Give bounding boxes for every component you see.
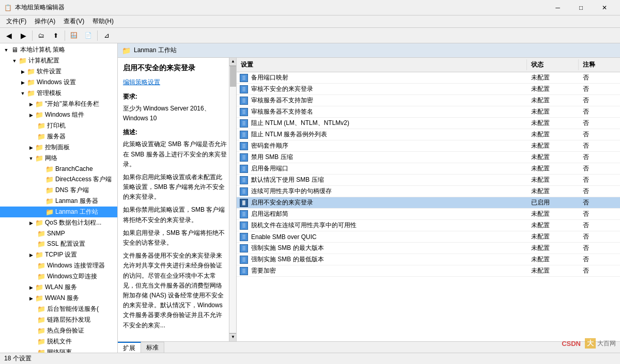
- tree-node-dns[interactable]: 📁 DNS 客户端: [0, 185, 117, 196]
- tree-node-wlan[interactable]: ▶ 📁 WLAN 服务: [0, 282, 117, 293]
- scroll-up-button[interactable]: ▲: [229, 58, 237, 66]
- tree-node-printer[interactable]: 📁 打印机: [0, 120, 117, 131]
- settings-row[interactable]: ▒强制实施 SMB 的最低版本未配置否: [237, 254, 620, 265]
- row-policy-icon: ▒: [239, 96, 249, 106]
- desc-text-2: 如果你启用此策略设置或者未配置此策略设置，SMB 客户端将允许不安全的来宾登录。: [123, 172, 227, 202]
- row-name: 启用远程邮简: [249, 209, 527, 219]
- expand-cp[interactable]: ▶: [27, 144, 35, 152]
- expand-network[interactable]: ▼: [27, 154, 35, 163]
- back-button[interactable]: ◀: [2, 29, 16, 42]
- show-details-button[interactable]: 📄: [82, 29, 95, 42]
- forward-button[interactable]: ▶: [17, 29, 30, 42]
- tab-extended[interactable]: 扩展: [118, 342, 141, 353]
- folder-icon: 📁: [37, 273, 45, 281]
- settings-row[interactable]: ▒禁用 SMB 压缩未配置否: [237, 152, 620, 163]
- tree-panel: ▼ 🖥 本地计算机 策略 ▼ 📁 计算机配置 ▶ 📁 软件设置: [0, 43, 118, 353]
- computer-icon: 🖥: [10, 46, 19, 54]
- tab-standard[interactable]: 标准: [141, 342, 164, 353]
- up-button[interactable]: ⬆: [49, 29, 63, 42]
- expand-root[interactable]: ▼: [2, 46, 10, 54]
- expand-software[interactable]: ▶: [19, 68, 27, 76]
- tree-node-startmenu[interactable]: ▶ 📁 "开始"菜单和任务栏: [0, 99, 117, 109]
- settings-row[interactable]: ▒阻止 NTLM (LM、NTLM、NTLMv2)未配置否: [237, 118, 620, 129]
- new-window-button[interactable]: 🪟: [67, 29, 81, 42]
- tree-node-bits[interactable]: 📁 后台智能传送服务(: [0, 304, 117, 314]
- tree-node-ssl[interactable]: 📁 SSL 配置设置: [0, 239, 117, 249]
- row-name: 密码套件顺序: [249, 140, 527, 151]
- tree-node-win-components[interactable]: ▶ 📁 Windows 组件: [0, 109, 117, 120]
- settings-row[interactable]: ▒Enable SMB over QUIC未配置否: [237, 231, 620, 243]
- show-hide-tree-button[interactable]: 🗂: [35, 29, 48, 42]
- expand-wlan[interactable]: ▶: [27, 283, 35, 292]
- expand-windows-settings[interactable]: ▶: [19, 78, 27, 87]
- tree-node-branchcache[interactable]: 📁 BranchCache: [0, 164, 117, 174]
- tree-node-win-connect[interactable]: 📁 Windows 连接管理器: [0, 260, 117, 271]
- tree-node-control-panel[interactable]: ▶ 📁 控制面板: [0, 142, 117, 153]
- row-policy-icon: ▒: [239, 84, 249, 94]
- menu-file[interactable]: 文件(F): [2, 16, 30, 27]
- tcpip-label: TCPIP 设置: [45, 250, 77, 259]
- menu-action[interactable]: 操作(A): [30, 16, 59, 27]
- settings-panel: 设置 状态 注释 ▒备用端口映射未配置否▒审核不安全的来宾登录未配置否▒审核服务…: [237, 58, 620, 341]
- row-status: 未配置: [527, 254, 579, 265]
- tree-node-admin-templates[interactable]: ▼ 📁 管理模板: [0, 88, 117, 99]
- row-status: 未配置: [527, 175, 579, 185]
- minimize-button[interactable]: ─: [546, 0, 569, 15]
- tree-node-directaccess[interactable]: 📁 DirectAccess 客户端: [0, 174, 117, 185]
- settings-row[interactable]: ▒连续可用性共享中的句柄缓存未配置否: [237, 186, 620, 197]
- app-icon: 📋: [4, 4, 12, 11]
- tree-node-lanman-server[interactable]: 📁 Lanman 服务器: [0, 196, 117, 207]
- folder-icon: 📁: [35, 219, 43, 227]
- settings-row[interactable]: ▒需要加密未配置否: [237, 265, 620, 277]
- title-bar: 📋 本地组策略编辑器 ─ □ ✕: [0, 0, 620, 15]
- tree-node-lanman-workstation[interactable]: 📁 Lanman 工作站: [0, 207, 117, 217]
- expand-wincomp[interactable]: ▶: [27, 111, 35, 119]
- settings-row[interactable]: ▒启用备用端口未配置否: [237, 163, 620, 175]
- filter-button[interactable]: ⊿: [100, 29, 113, 42]
- tree-node-network[interactable]: ▼ 📁 网络: [0, 153, 117, 164]
- software-label: 软件设置: [37, 67, 61, 76]
- expand-admin[interactable]: ▼: [19, 89, 27, 98]
- menu-help[interactable]: 帮助(H): [88, 16, 118, 27]
- tree-node-qos[interactable]: ▶ 📁 QoS 数据包计划程...: [0, 217, 117, 228]
- tree-node-software[interactable]: ▶ 📁 软件设置: [0, 66, 117, 77]
- scroll-track: [229, 66, 236, 333]
- scroll-thumb[interactable]: [230, 66, 236, 87]
- close-button[interactable]: ✕: [593, 0, 616, 15]
- tree-node-lltd[interactable]: 📁 链路层拓扑发现: [0, 314, 117, 325]
- tree-node-win-connect-now[interactable]: 📁 Windows立即连接: [0, 271, 117, 282]
- settings-row[interactable]: ▒启用远程邮简未配置否: [237, 209, 620, 220]
- settings-header: 设置 状态 注释: [237, 58, 620, 72]
- scroll-down-button[interactable]: ▼: [229, 333, 237, 341]
- settings-row[interactable]: ▒阻止 NTLM 服务器例外列表未配置否: [237, 129, 620, 140]
- tree-node-root[interactable]: ▼ 🖥 本地计算机 策略: [0, 44, 117, 55]
- expand-startmenu[interactable]: ▶: [27, 100, 35, 108]
- settings-row[interactable]: ▒审核服务器不支持加密未配置否: [237, 95, 620, 106]
- menu-view[interactable]: 查看(V): [59, 16, 88, 27]
- tree-node-hotspot[interactable]: 📁 热点身份验证: [0, 325, 117, 336]
- expand-computer[interactable]: ▼: [10, 57, 19, 65]
- settings-row[interactable]: ▓启用不安全的来宾登录已启用否: [237, 197, 620, 209]
- edit-policy-link[interactable]: 编辑策略设置: [123, 78, 160, 86]
- folder-icon: 📁: [37, 349, 45, 353]
- tree-node-offline[interactable]: 📁 脱机文件: [0, 336, 117, 347]
- settings-row[interactable]: ▒强制实施 SMB 的最大版本未配置否: [237, 243, 620, 254]
- settings-row[interactable]: ▒审核服务器不支持签名未配置否: [237, 106, 620, 118]
- expand-wwan[interactable]: ▶: [27, 294, 35, 303]
- settings-row[interactable]: ▒审核不安全的来宾登录未配置否: [237, 84, 620, 95]
- tree-node-computer-config[interactable]: ▼ 📁 计算机配置: [0, 55, 117, 66]
- tree-node-wwan[interactable]: ▶ 📁 WWAN 服务: [0, 293, 117, 304]
- settings-row[interactable]: ▒备用端口映射未配置否: [237, 72, 620, 84]
- tree-node-snmp[interactable]: 📁 SNMP: [0, 228, 117, 239]
- tree-node-tcpip[interactable]: ▶ 📁 TCPIP 设置: [0, 249, 117, 260]
- tree-node-isolation[interactable]: 📁 网络隔离: [0, 347, 117, 353]
- settings-row[interactable]: ▒密码套件顺序未配置否: [237, 140, 620, 152]
- settings-rows-container: ▒备用端口映射未配置否▒审核不安全的来宾登录未配置否▒审核服务器不支持加密未配置…: [237, 72, 620, 277]
- settings-row[interactable]: ▒脱机文件在连续可用性共享中的可用性未配置否: [237, 220, 620, 231]
- maximize-button[interactable]: □: [569, 0, 593, 15]
- tree-node-windows-settings[interactable]: ▶ 📁 Windows 设置: [0, 77, 117, 88]
- expand-tcpip[interactable]: ▶: [27, 251, 35, 259]
- expand-qos[interactable]: ▶: [27, 219, 35, 227]
- tree-node-server[interactable]: 📁 服务器: [0, 131, 117, 142]
- settings-row[interactable]: ▒默认情况下使用 SMB 压缩未配置否: [237, 175, 620, 186]
